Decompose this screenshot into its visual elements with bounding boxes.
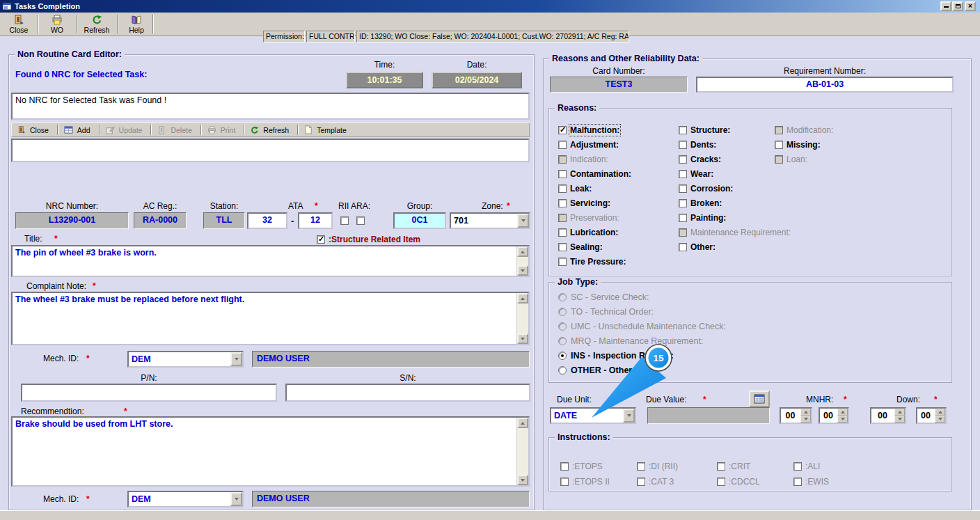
- scroll-down-button[interactable]: [517, 475, 528, 485]
- nrc-add-button[interactable]: Add: [61, 124, 96, 136]
- reason-corrosion-checkbox[interactable]: Corrosion:: [679, 184, 733, 194]
- job-type-ins-radio[interactable]: INS - Inspection Remark:: [558, 351, 674, 361]
- reason-tire-pressure-checkbox[interactable]: Tire Pressure:: [558, 257, 626, 267]
- scroll-down-button[interactable]: [517, 333, 528, 344]
- reason-adjustment-checkbox[interactable]: Adjustment:: [558, 140, 619, 150]
- mech-id-label: Mech. ID:: [43, 354, 79, 363]
- reason-other-checkbox[interactable]: Other:: [679, 242, 716, 252]
- radio-icon: [558, 366, 567, 375]
- nrc-update-button[interactable]: Update: [103, 124, 148, 136]
- dropdown-button[interactable]: [623, 409, 635, 423]
- reason-cracks-checkbox[interactable]: Cracks:: [679, 155, 721, 164]
- date-value-button[interactable]: 02/05/2024: [432, 72, 522, 88]
- spin-down-button[interactable]: [935, 416, 945, 423]
- pn-input[interactable]: [21, 384, 277, 402]
- checkbox-label: :ALI: [805, 462, 820, 471]
- reason-servicing-checkbox[interactable]: Servicing:: [558, 198, 610, 208]
- spin-up-button[interactable]: [837, 409, 848, 416]
- wo-button[interactable]: WO: [40, 14, 74, 35]
- permission-label: Permission:: [263, 31, 305, 42]
- reason-painting-checkbox[interactable]: Painting:: [679, 213, 726, 223]
- reason-lubrication-checkbox[interactable]: Lubrication:: [558, 228, 618, 237]
- reason-indication-checkbox: Indication:: [558, 155, 608, 164]
- due-unit-dropdown[interactable]: DATE: [550, 407, 636, 424]
- close-button[interactable]: Close: [1, 14, 36, 35]
- add-grid-icon: [64, 126, 73, 134]
- template-doc-icon: [304, 125, 313, 134]
- nrc-template-button[interactable]: Template: [301, 124, 352, 136]
- ara-checkbox[interactable]: [356, 216, 365, 226]
- title-scrollbar[interactable]: [516, 246, 528, 276]
- rii-checkbox[interactable]: [340, 216, 349, 226]
- spin-down-button[interactable]: [894, 416, 905, 423]
- ata-section-input[interactable]: 12: [298, 212, 333, 229]
- job-type-other-radio[interactable]: OTHER - Other Job:: [558, 365, 653, 375]
- close-window-button[interactable]: ×: [965, 1, 976, 11]
- help-button[interactable]: Help: [119, 14, 154, 35]
- calendar-icon: [754, 394, 765, 404]
- mnhr-minutes-spinner[interactable]: 00: [819, 407, 849, 424]
- help-book-icon: [131, 15, 142, 25]
- instruction-ewis-checkbox: :EWIS: [793, 477, 829, 487]
- ac-reg-label: AC Reg.:: [134, 201, 187, 211]
- reason-malfunction-checkbox[interactable]: Malfunction:: [558, 125, 619, 135]
- structure-related-checkbox[interactable]: :Structure Related Item: [317, 235, 420, 244]
- scroll-up-button[interactable]: [517, 293, 528, 304]
- spin-up-button[interactable]: [935, 409, 945, 416]
- scroll-down-button[interactable]: [517, 265, 528, 276]
- scroll-up-button[interactable]: [517, 418, 528, 428]
- restore-button[interactable]: [952, 1, 963, 11]
- refresh-button[interactable]: Refresh: [78, 14, 116, 35]
- reason-structure-checkbox[interactable]: Structure:: [679, 125, 730, 135]
- mech-id2-dropdown[interactable]: DEM: [127, 491, 244, 507]
- recommendation-scrollbar[interactable]: [516, 418, 528, 485]
- scroll-up-button[interactable]: [517, 246, 528, 257]
- recommendation-required-asterisk: *: [124, 407, 127, 416]
- reason-contamination-checkbox[interactable]: Contamination:: [558, 169, 631, 179]
- title-textarea[interactable]: The pin of wheel #3 brake is worn.: [11, 245, 530, 277]
- nrc-refresh-button[interactable]: Refresh: [248, 124, 294, 136]
- spin-up-button[interactable]: [894, 409, 905, 416]
- spin-up-button[interactable]: [800, 409, 811, 416]
- reason-broken-checkbox[interactable]: Broken:: [679, 198, 722, 208]
- nrc-print-button[interactable]: Print: [205, 124, 242, 136]
- due-value-calendar-button[interactable]: [749, 391, 770, 407]
- checkbox-icon: [558, 141, 567, 149]
- mnhr-hours-spinner[interactable]: 00: [780, 407, 812, 424]
- sn-input[interactable]: [285, 384, 530, 402]
- checkbox-icon: [793, 462, 802, 471]
- time-value-button[interactable]: 10:01:35: [346, 72, 423, 88]
- complaint-textarea[interactable]: The wheel #3 brake must be replaced befo…: [11, 292, 530, 345]
- zone-dropdown[interactable]: 701: [450, 212, 530, 229]
- dropdown-button[interactable]: [230, 492, 242, 506]
- nrc-detail-box[interactable]: [11, 139, 530, 162]
- nrc-close-button[interactable]: Close: [15, 124, 54, 136]
- spin-down-button[interactable]: [837, 416, 848, 423]
- reason-missing-checkbox[interactable]: Missing:: [775, 140, 821, 150]
- ata-chapter-input[interactable]: 32: [247, 212, 287, 229]
- nrc-print-label: Print: [221, 126, 236, 134]
- reason-dents-checkbox[interactable]: Dents:: [679, 140, 716, 150]
- nrc-message-box[interactable]: No NRC for Selected Task was Found !: [11, 93, 530, 120]
- title-label: Title:: [24, 234, 42, 244]
- dropdown-button[interactable]: [230, 352, 242, 366]
- minimize-button[interactable]: [940, 1, 951, 11]
- job-type-umc-radio: UMC - Unschedule Maintenance Check:: [558, 322, 726, 331]
- update-pencil-icon: [106, 126, 115, 134]
- close-button-label: Close: [10, 26, 29, 34]
- reason-wear-checkbox[interactable]: Wear:: [679, 169, 713, 179]
- recommendation-textarea[interactable]: Brake should be used from LHT store.: [11, 416, 530, 487]
- spin-down-button[interactable]: [800, 416, 811, 423]
- nrc-delete-button[interactable]: Delete: [155, 124, 197, 136]
- checkbox-label: Dents:: [690, 140, 716, 150]
- ac-reg-field: RA-0000: [134, 212, 187, 229]
- mech-id-dropdown[interactable]: DEM: [127, 351, 244, 368]
- reason-sealing-checkbox[interactable]: Sealing:: [558, 242, 603, 252]
- reason-leak-checkbox[interactable]: Leak:: [558, 184, 592, 194]
- dropdown-button[interactable]: [517, 214, 529, 228]
- down-hours-spinner[interactable]: 00: [870, 407, 906, 424]
- checkbox-icon: [558, 258, 567, 266]
- req-number-field[interactable]: AB-01-03: [696, 77, 954, 93]
- complaint-scrollbar[interactable]: [516, 293, 528, 344]
- down-minutes-spinner[interactable]: 00: [916, 407, 947, 424]
